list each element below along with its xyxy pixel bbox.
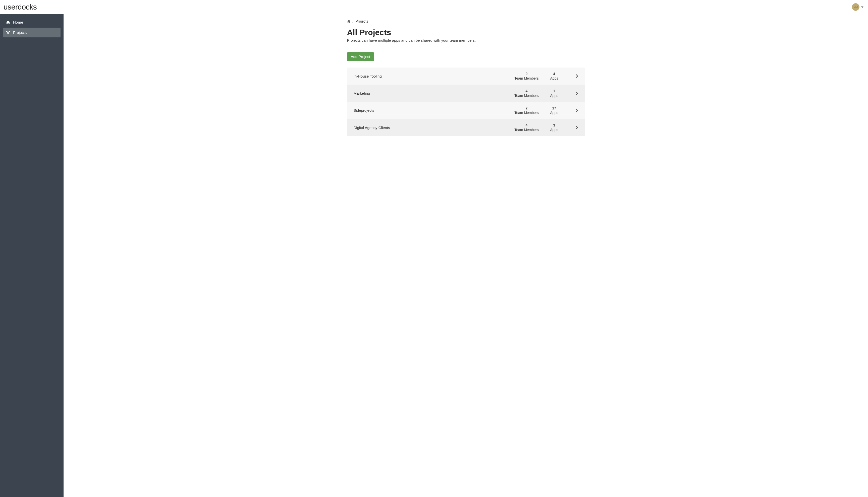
page-title: All Projects (347, 28, 585, 37)
add-project-button[interactable]: Add Project (347, 52, 374, 61)
svg-point-0 (6, 31, 8, 32)
project-row[interactable]: Sideprojects 2 Team Members 17 Apps (347, 102, 585, 119)
sidebar-item-label: Home (13, 20, 23, 24)
project-apps-stat: 17 Apps (543, 106, 565, 115)
breadcrumb-current[interactable]: Projects (355, 19, 368, 23)
topbar: userdocks JD (0, 0, 868, 14)
project-apps-label: Apps (543, 94, 565, 98)
chevron-right-icon (565, 126, 578, 129)
project-apps-stat: 1 Apps (543, 89, 565, 98)
project-row[interactable]: Marketing 4 Team Members 1 Apps (347, 85, 585, 102)
project-row[interactable]: Digital Agency Clients 4 Team Members 3 … (347, 119, 585, 136)
project-members-count: 2 (510, 106, 543, 111)
project-members-label: Team Members (510, 128, 543, 132)
project-members-label: Team Members (510, 76, 543, 81)
project-members-label: Team Members (510, 94, 543, 98)
project-apps-label: Apps (543, 128, 565, 132)
project-name: Marketing (354, 91, 510, 95)
project-members-count: 9 (510, 72, 543, 76)
chevron-right-icon (565, 91, 578, 95)
project-apps-count: 1 (543, 89, 565, 93)
project-members-stat: 9 Team Members (510, 72, 543, 81)
project-row[interactable]: In-House Tooling 9 Team Members 4 Apps (347, 68, 585, 85)
project-name: Digital Agency Clients (354, 126, 510, 130)
breadcrumb: / Projects (347, 19, 585, 23)
avatar: JD (852, 3, 859, 11)
sidebar: Home Projects (0, 14, 64, 497)
project-name: Sideprojects (354, 108, 510, 112)
home-icon (6, 20, 10, 24)
project-apps-count: 4 (543, 72, 565, 76)
project-apps-stat: 3 Apps (543, 123, 565, 132)
svg-point-1 (9, 31, 10, 32)
sidebar-item-label: Projects (13, 30, 27, 34)
breadcrumb-home[interactable] (347, 20, 351, 23)
page-subtitle: Projects can have multiple apps and can … (347, 38, 585, 42)
breadcrumb-separator: / (353, 19, 354, 23)
project-list: In-House Tooling 9 Team Members 4 Apps M… (347, 68, 585, 136)
svg-point-2 (8, 33, 9, 34)
projects-icon (6, 31, 10, 34)
caret-down-icon (861, 6, 864, 8)
user-menu[interactable]: JD (852, 3, 864, 11)
project-apps-label: Apps (543, 111, 565, 115)
main-content: / Projects All Projects Projects can hav… (64, 14, 868, 497)
project-members-count: 4 (510, 123, 543, 128)
project-members-stat: 2 Team Members (510, 106, 543, 115)
project-members-stat: 4 Team Members (510, 123, 543, 132)
project-members-stat: 4 Team Members (510, 89, 543, 98)
sidebar-item-projects[interactable]: Projects (3, 28, 60, 38)
brand-logo[interactable]: userdocks (3, 3, 37, 11)
home-icon (347, 20, 351, 23)
sidebar-item-home[interactable]: Home (3, 17, 60, 27)
project-apps-count: 3 (543, 123, 565, 128)
project-name: In-House Tooling (354, 74, 510, 78)
project-members-label: Team Members (510, 111, 543, 115)
chevron-right-icon (565, 74, 578, 78)
project-apps-count: 17 (543, 106, 565, 111)
project-members-count: 4 (510, 89, 543, 93)
chevron-right-icon (565, 109, 578, 112)
project-apps-label: Apps (543, 76, 565, 81)
project-apps-stat: 4 Apps (543, 72, 565, 81)
